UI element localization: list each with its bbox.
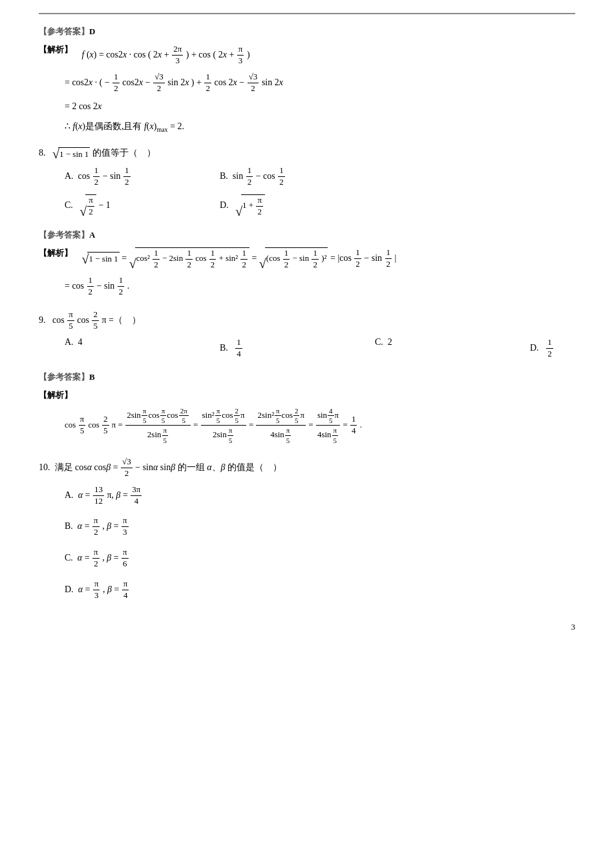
option-9b: B. 14 (220, 337, 349, 360)
option-9c: C. 2 (375, 337, 504, 360)
page-number: 3 (571, 622, 576, 632)
option-10a: A. α = 1312 π, β = 3π4 (65, 484, 575, 507)
answer-section-9: 【参考答案】B 【解析】 cos π5 cos 25 π = 2sinπ5cos… (39, 371, 575, 445)
option-10c: C. α = π2 , β = π6 (65, 547, 575, 570)
top-border (39, 13, 575, 14)
question-number-10: 10. 满足 cosα cosβ = √32 − sinα sinβ 的一组 α… (39, 457, 575, 479)
question-section-9: 9. cos π5 cos 25 π =（ ） A. 4 B. 14 C. 2 … (39, 309, 575, 360)
option-10b: B. α = π2 , β = π3 (65, 515, 575, 538)
option-9d: D. 12 (530, 337, 614, 360)
option-8a: A. cos 12 − sin 12 (65, 165, 194, 188)
answer-section-8: 【参考答案】A 【解析】 √1 − sin 1 = √ cos² 12 − 2s… (39, 229, 575, 298)
formula-9-1: cos π5 cos 25 π = 2sinπ5cosπ5cos2π5 2sin… (65, 406, 575, 445)
question-number-8: 8. √1 − sin 1 的值等于（ ） (39, 147, 575, 161)
jiexi-9-label: 【解析】 (39, 389, 575, 401)
option-9a: A. 4 (65, 337, 194, 360)
formula-7-2: = 2 cos 2x (65, 98, 575, 114)
answer-tag-9: 【参考答案】B (39, 371, 575, 383)
question-section-10: 10. 满足 cosα cosβ = √32 − sinα sinβ 的一组 α… (39, 457, 575, 601)
page-footer: 3 (39, 613, 575, 632)
options-row-8ab: A. cos 12 − sin 12 B. sin 12 − cos 12 (65, 165, 575, 188)
options-row-8cd: C. √ π2 − 1 D. √ 1 + π2 (65, 194, 575, 218)
formula-8-2: = cos 12 − sin 12 . (65, 275, 575, 298)
answer-tag-7: 【参考答案】D (39, 26, 575, 37)
options-col-10: A. α = 1312 π, β = 3π4 B. α = π2 , β = π… (65, 484, 575, 601)
jiexi-7: 【解析】 f (x) = cos2x · cos ( 2x + 2π3 ) + … (39, 44, 575, 67)
answer-tag-8: 【参考答案】A (39, 229, 575, 241)
option-8d: D. √ 1 + π2 (220, 194, 349, 218)
jiexi-8: 【解析】 √1 − sin 1 = √ cos² 12 − 2sin 12 co… (39, 247, 575, 271)
options-row-9abcd: A. 4 B. 14 C. 2 D. 12 (65, 337, 575, 360)
formula-7-1: = cos2x · ( − 12 cos2x − √32 sin 2x ) + … (65, 72, 575, 94)
answer-section-7: 【参考答案】D 【解析】 f (x) = cos2x · cos ( 2x + … (39, 26, 575, 136)
option-8b: B. sin 12 − cos 12 (220, 165, 349, 188)
option-8c: C. √ π2 − 1 (65, 194, 194, 218)
question-number-9: 9. cos π5 cos 25 π =（ ） (39, 309, 575, 332)
option-10d: D. α = π3 , β = π4 (65, 579, 575, 601)
formula-7-3: ∴ f(x)是偶函数,且有 f(x)max = 2. (65, 118, 575, 136)
question-section-8: 8. √1 − sin 1 的值等于（ ） A. cos 12 − sin 12… (39, 147, 575, 218)
